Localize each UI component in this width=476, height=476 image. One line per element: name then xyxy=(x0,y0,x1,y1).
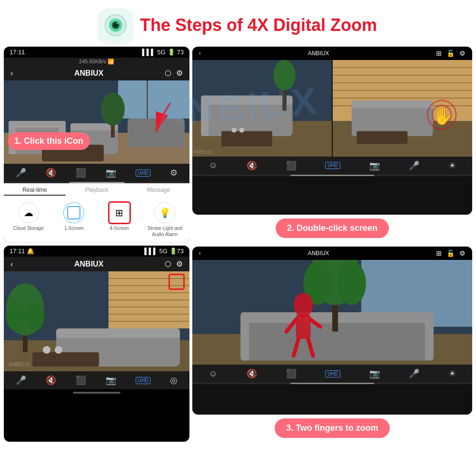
settings-icon-2[interactable]: ⚙ xyxy=(176,259,183,268)
svg-rect-38 xyxy=(32,352,99,367)
main-content: 17:11 ▌▌▌ 5G 🔋 73 245.65KB/s 📶 ‹ ANBIUX … xyxy=(0,47,476,442)
app-icon xyxy=(99,9,132,42)
svg-point-34 xyxy=(6,302,25,331)
share-icon[interactable]: ⬡ xyxy=(165,69,171,78)
mic-icon-2[interactable]: 🎤 xyxy=(16,375,26,386)
record-icon-2[interactable]: ⬛ xyxy=(76,375,86,386)
strobe-light-item[interactable]: 💡 Strobe Light and Audio Alarm xyxy=(144,202,186,238)
camera-icon-2[interactable]: 📷 xyxy=(106,375,116,386)
settings-icon-4[interactable]: ⚙ xyxy=(459,249,466,257)
vol-icon[interactable]: 🔇 xyxy=(247,160,257,171)
svg-point-49 xyxy=(273,60,296,90)
mic-icon[interactable]: 🎤 xyxy=(16,168,26,178)
tab-message[interactable]: Message xyxy=(128,185,189,196)
phone-screenshot-2: 17:11 🔔 ▌▌▌ 5G 🔋73 ‹ ANBIUX ⬡ ⚙ xyxy=(4,246,189,442)
battery-icon: 🔋 xyxy=(168,49,175,56)
nav-bar: ‹ ANBIUX ⬡ ⚙ xyxy=(4,66,189,80)
bottom-nav: 🎯 PTZ ⦿ Motion Tracking ♡ Favorites 📍 Cr… xyxy=(4,242,189,243)
tab-realtime[interactable]: Real-time xyxy=(4,185,66,196)
nav-title: ANBIUX xyxy=(74,69,103,78)
uhd-badge-2: UHD xyxy=(136,377,151,384)
back-icon-2[interactable]: ‹ xyxy=(10,260,13,268)
view-right: ✋ xyxy=(333,60,472,157)
svg-rect-79 xyxy=(296,315,310,339)
bright-icon-3[interactable]: ☀ xyxy=(448,368,456,379)
step2-title: ANBIUX xyxy=(308,50,329,57)
settings-2-icon[interactable]: ⚙ xyxy=(170,168,178,178)
svg-rect-37 xyxy=(56,328,180,338)
camera-view-2: ANBIUX xyxy=(4,271,189,371)
speed-indicator: 245.65KB/s 📶 xyxy=(4,58,189,66)
cloud-storage-label: Cloud Storage xyxy=(13,225,44,231)
network-type: 5G xyxy=(157,49,165,56)
features-grid: ☁ Cloud Storage 1-Screen ⊞ 4-Screen xyxy=(4,198,189,242)
status-bar-2: 17:11 🔔 ▌▌▌ 5G 🔋73 xyxy=(4,246,189,257)
record-icon[interactable]: ⬛ xyxy=(76,168,86,178)
one-screen-icon xyxy=(63,202,84,223)
svg-rect-46 xyxy=(201,96,208,136)
circle-icon[interactable]: ◎ xyxy=(170,375,178,386)
step1-label: 1. Click this iCon xyxy=(8,132,90,150)
back-icon-step3[interactable]: ‹ xyxy=(199,250,201,257)
battery-level: 73 xyxy=(177,49,184,56)
step3-panel: ‹ ANBIUX ⊞ 🔓 ⚙ xyxy=(192,247,472,415)
rec-icon-3[interactable]: ⬛ xyxy=(286,368,297,379)
share-icon-2[interactable]: ⬡ xyxy=(165,259,171,268)
one-screen-label: 1-Screen xyxy=(64,225,84,231)
camera-icon[interactable]: 📷 xyxy=(106,168,116,178)
mic-icon-4[interactable]: 🎤 xyxy=(409,368,419,379)
strobe-light-label: Strobe Light and Audio Alarm xyxy=(144,225,186,238)
lock-icon-3[interactable]: 🔓 xyxy=(446,249,455,257)
nav-bar-2: ‹ ANBIUX ⬡ ⚙ xyxy=(4,257,189,271)
cam-icon[interactable]: 📷 xyxy=(369,160,380,171)
view-left: ANBIUX xyxy=(192,60,332,157)
step2-panel-header: ‹ ANBIUX ⊞ 🔓 ⚙ xyxy=(192,47,472,60)
mic-icon-3[interactable]: 🎤 xyxy=(409,160,419,171)
status-bar: 17:11 ▌▌▌ 5G 🔋 73 xyxy=(4,47,189,58)
svg-rect-6 xyxy=(118,80,189,119)
lock-icon[interactable]: 🔓 xyxy=(446,50,455,57)
signal-icon: ▌▌▌ xyxy=(142,49,156,56)
svg-rect-63 xyxy=(357,131,407,144)
step3-section: ‹ ANBIUX ⊞ 🔓 ⚙ xyxy=(192,247,472,442)
tab-playback[interactable]: Playback xyxy=(66,185,128,196)
svg-rect-72 xyxy=(240,312,249,360)
controls-bar-2: 🎤 🔇 ⬛ 📷 UHD ◎ xyxy=(4,371,189,389)
svg-point-50 xyxy=(231,128,237,133)
cam-icon-3[interactable]: 📷 xyxy=(369,368,380,379)
four-screen-icon: ⊞ xyxy=(109,202,130,223)
rec-icon[interactable]: ⬛ xyxy=(286,160,297,171)
bright-icon[interactable]: ☀ xyxy=(448,160,456,171)
header: The Steps of 4X Digital Zoom xyxy=(0,0,476,47)
face-icon[interactable]: ☺ xyxy=(208,160,217,170)
zoomed-camera-view xyxy=(192,260,472,365)
svg-text:ANBIUX: ANBIUX xyxy=(193,149,212,155)
controls-bar-1: 🎤 🔇 ⬛ 📷 UHD ⚙ xyxy=(4,164,189,182)
volume-icon-2[interactable]: 🔇 xyxy=(46,375,56,386)
back-icon[interactable]: ‹ xyxy=(10,69,13,78)
cloud-storage-icon: ☁ xyxy=(18,202,39,223)
grid-icon[interactable]: ⊞ xyxy=(436,50,442,57)
step3-label: 3. Two fingers to zoom xyxy=(275,418,390,438)
settings-icon-3[interactable]: ⚙ xyxy=(459,50,466,57)
svg-point-40 xyxy=(55,346,62,354)
vol-icon-3[interactable]: 🔇 xyxy=(247,368,257,379)
settings-icon[interactable]: ⚙ xyxy=(176,69,183,78)
svg-text:✋: ✋ xyxy=(432,106,454,126)
status-time-2: 17:11 🔔 xyxy=(10,248,34,255)
svg-rect-62 xyxy=(352,100,433,108)
svg-point-39 xyxy=(43,346,50,354)
svg-point-51 xyxy=(239,128,244,133)
grid-icon-3[interactable]: ⊞ xyxy=(436,249,442,257)
step3-label-container: 3. Two fingers to zoom xyxy=(192,415,472,442)
face-icon-3[interactable]: ☺ xyxy=(208,369,217,379)
svg-rect-73 xyxy=(425,312,434,360)
cloud-storage-item[interactable]: ☁ Cloud Storage xyxy=(8,202,50,238)
step3-panel-header: ‹ ANBIUX ⊞ 🔓 ⚙ xyxy=(192,247,472,260)
volume-icon[interactable]: 🔇 xyxy=(46,168,56,178)
four-screen-item[interactable]: ⊞ 4-Screen xyxy=(99,202,140,238)
back-icon-step2[interactable]: ‹ xyxy=(199,50,201,57)
one-screen-item[interactable]: 1-Screen xyxy=(53,202,95,238)
highlight-box xyxy=(169,274,185,290)
step3-title: ANBIUX xyxy=(308,250,329,257)
